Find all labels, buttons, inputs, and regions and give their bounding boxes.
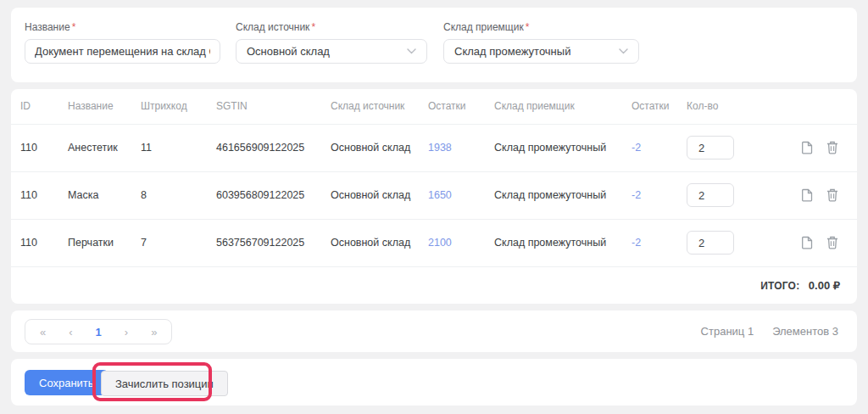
copy-icon: [801, 188, 813, 202]
actions-card: Сохранить Зачислить позиции: [11, 359, 857, 406]
name-field-label: Название*: [25, 21, 220, 33]
positions-table-card: ID Название Штрихкод SGTIN Склад источни…: [11, 89, 857, 304]
target-stock-link[interactable]: -2: [632, 189, 641, 201]
copy-row-button[interactable]: [801, 188, 813, 202]
source-warehouse-label: Склад источник*: [236, 21, 427, 33]
pagination-card: « ‹ 1 › » Страниц 1 Элементов 3: [11, 310, 857, 352]
target-stock-link[interactable]: -2: [632, 142, 641, 154]
cell-source: Основной склад: [321, 219, 419, 266]
document-name-input[interactable]: [25, 39, 220, 64]
source-warehouse-group: Склад источник* Основной склад: [236, 21, 427, 64]
quantity-input[interactable]: [687, 136, 734, 159]
cell-source: Основной склад: [321, 171, 419, 219]
cell-sgtin: 461656909122025: [207, 124, 321, 171]
cell-name: Анестетик: [58, 124, 131, 171]
last-page-button[interactable]: »: [151, 326, 157, 338]
chevron-down-icon: [407, 48, 416, 54]
required-asterisk: *: [526, 21, 530, 33]
document-form-card: Название* Склад источник* Основной склад…: [11, 8, 857, 82]
target-warehouse-group: Склад приемщик* Склад промежуточный: [443, 21, 639, 64]
positions-table: ID Название Штрихкод SGTIN Склад источни…: [11, 89, 857, 304]
col-header-target: Склад приемщик: [485, 89, 622, 124]
required-asterisk: *: [72, 21, 76, 33]
cell-sgtin: 563756709122025: [207, 219, 321, 266]
table-row: 110 Маска 8 603956809122025 Основной скл…: [11, 171, 857, 219]
cell-name: Перчатки: [58, 219, 131, 266]
pagination-summary: Страниц 1 Элементов 3: [701, 310, 838, 352]
target-warehouse-select[interactable]: Склад промежуточный: [443, 39, 639, 64]
col-header-target-stock: Остатки: [622, 89, 677, 124]
source-stock-link[interactable]: 2100: [428, 237, 452, 249]
cell-barcode: 11: [131, 124, 207, 171]
row-actions: [799, 141, 857, 154]
total-value: 0.00 ₽: [809, 279, 840, 292]
total-row: ИТОГО: 0.00 ₽: [11, 266, 857, 304]
row-actions: [799, 236, 857, 249]
next-page-button[interactable]: ›: [125, 326, 128, 338]
col-header-source: Склад источник: [321, 89, 419, 124]
credit-positions-button[interactable]: Зачислить позиции: [101, 371, 228, 396]
source-stock-link[interactable]: 1650: [428, 189, 452, 201]
items-count-label: Элементов 3: [772, 325, 838, 338]
source-warehouse-select[interactable]: Основной склад: [236, 39, 427, 64]
col-header-source-stock: Остатки: [419, 89, 485, 124]
pagination-control: « ‹ 1 › »: [25, 319, 172, 344]
table-row: 110 Анестетик 11 461656909122025 Основно…: [11, 124, 857, 171]
row-actions: [799, 188, 857, 202]
source-stock-link[interactable]: 1938: [428, 142, 452, 154]
cell-target: Склад промежуточный: [485, 124, 622, 171]
copy-icon: [801, 141, 813, 154]
col-header-actions: [790, 89, 857, 124]
quantity-input[interactable]: [687, 231, 734, 255]
trash-icon: [826, 188, 838, 202]
cell-name: Маска: [58, 171, 131, 219]
prev-page-button[interactable]: ‹: [69, 326, 72, 338]
col-header-qty: Кол-во: [677, 89, 790, 124]
delete-row-button[interactable]: [826, 141, 838, 154]
col-header-barcode: Штрихкод: [131, 89, 207, 124]
save-button[interactable]: Сохранить: [25, 370, 108, 395]
first-page-button[interactable]: «: [40, 326, 46, 338]
delete-row-button[interactable]: [826, 236, 838, 249]
copy-row-button[interactable]: [801, 236, 813, 249]
col-header-id: ID: [11, 89, 58, 124]
required-asterisk: *: [311, 21, 315, 33]
cell-id: 110: [11, 124, 58, 171]
total-label: ИТОГО:: [760, 280, 799, 292]
cell-id: 110: [11, 219, 58, 266]
source-warehouse-value: Основной склад: [247, 45, 330, 58]
copy-row-button[interactable]: [801, 141, 813, 154]
cell-barcode: 7: [131, 219, 207, 266]
delete-row-button[interactable]: [826, 188, 838, 202]
pages-count-label: Страниц 1: [701, 325, 754, 338]
copy-icon: [801, 236, 813, 249]
target-warehouse-value: Склад промежуточный: [454, 45, 570, 58]
col-header-name: Название: [58, 89, 131, 124]
trash-icon: [826, 141, 838, 154]
cell-target: Склад промежуточный: [485, 219, 622, 266]
target-warehouse-label: Склад приемщик*: [443, 21, 639, 33]
col-header-sgtin: SGTIN: [207, 89, 321, 124]
current-page-number[interactable]: 1: [96, 326, 102, 338]
trash-icon: [826, 236, 838, 249]
cell-id: 110: [11, 171, 58, 219]
table-row: 110 Перчатки 7 563756709122025 Основной …: [11, 219, 857, 266]
target-stock-link[interactable]: -2: [632, 237, 641, 249]
name-field-group: Название*: [25, 21, 220, 64]
quantity-input[interactable]: [687, 183, 734, 207]
chevron-down-icon: [619, 48, 628, 54]
cell-sgtin: 603956809122025: [207, 171, 321, 219]
cell-target: Склад промежуточный: [485, 171, 622, 219]
cell-source: Основной склад: [321, 124, 419, 171]
cell-barcode: 8: [131, 171, 207, 219]
table-header-row: ID Название Штрихкод SGTIN Склад источни…: [11, 89, 857, 124]
